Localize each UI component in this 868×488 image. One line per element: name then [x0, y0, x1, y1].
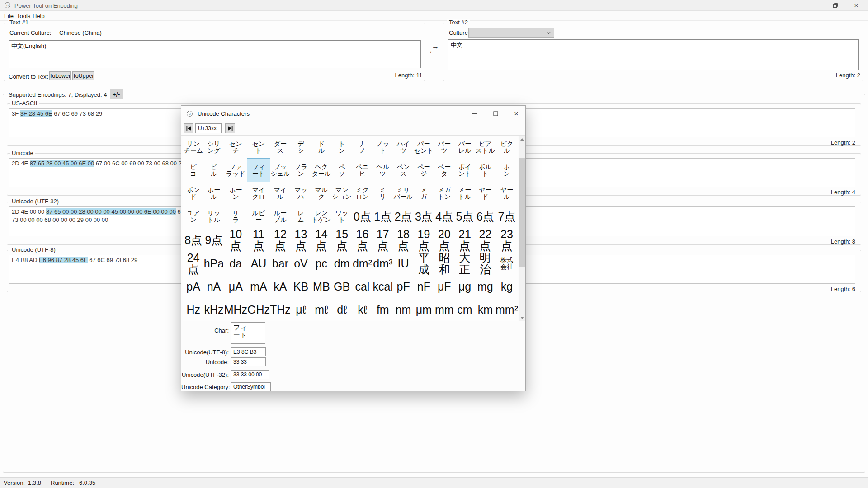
char-cell[interactable]: ビ ル [203, 159, 224, 182]
encodings-toggle-button[interactable]: +/- [110, 89, 123, 99]
char-cell[interactable]: 7点 [495, 205, 518, 228]
char-cell[interactable]: レン トゲン [311, 205, 331, 228]
char-cell[interactable]: 21点 [454, 228, 475, 252]
char-cell[interactable]: dℓ [331, 298, 352, 321]
char-cell[interactable]: ペン ス [393, 159, 413, 182]
char-cell[interactable]: ピク ル [495, 136, 518, 159]
char-cell[interactable]: oV [291, 252, 311, 275]
char-cell[interactable]: デ シ [291, 136, 311, 159]
char-cell[interactable]: ミク ロン [352, 182, 373, 205]
char-cell[interactable]: 9点 [203, 228, 224, 252]
char-cell[interactable]: シリ ング [203, 136, 224, 159]
char-cell[interactable]: メ ガ [414, 182, 434, 205]
char-cell[interactable]: マイ ル [270, 182, 291, 205]
char-cell[interactable]: dm³ [373, 252, 393, 275]
char-cell[interactable]: MHz [224, 298, 247, 321]
char-cell[interactable]: 17点 [373, 228, 393, 252]
char-cell[interactable]: ブッ シェル [270, 159, 291, 182]
char-cell[interactable]: ホー ン [224, 182, 247, 205]
char-cell[interactable]: kA [270, 275, 291, 298]
char-cell[interactable]: ベー タ [434, 159, 454, 182]
next-block-button[interactable] [225, 123, 235, 133]
char-cell[interactable]: 22点 [475, 228, 495, 252]
char-cell[interactable]: ダー ス [270, 136, 291, 159]
char-cell[interactable]: KB [291, 275, 311, 298]
char-cell[interactable]: ルー ブル [270, 205, 291, 228]
close-button[interactable]: × [846, 0, 866, 10]
char-cell[interactable]: フラ ン [291, 159, 311, 182]
char-cell[interactable]: 昭和 [434, 252, 454, 275]
char-cell[interactable]: 12点 [270, 228, 291, 252]
char-cell[interactable]: dm [331, 252, 352, 275]
char-cell[interactable]: 10点 [224, 228, 247, 252]
char-cell[interactable]: サン チーム [183, 136, 203, 159]
dialog-maximize-button[interactable] [486, 106, 505, 122]
char-cell[interactable]: hPa [203, 252, 224, 275]
char-cell[interactable]: マイ クロ [247, 182, 270, 205]
char-cell[interactable]: マル ク [311, 182, 331, 205]
char-cell[interactable]: マッ ハ [291, 182, 311, 205]
char-cell[interactable]: IU [393, 252, 413, 275]
char-cell[interactable]: 株式 会社 [495, 252, 518, 275]
char-cell[interactable]: 2点 [393, 205, 413, 228]
char-cell[interactable]: 1点 [373, 205, 393, 228]
char-cell[interactable]: 11点 [247, 228, 270, 252]
dialog-minimize-button[interactable] [465, 106, 485, 122]
restore-button[interactable] [826, 0, 845, 10]
char-cell[interactable]: ルピ ー [247, 205, 270, 228]
char-cell[interactable]: da [224, 252, 247, 275]
char-cell[interactable]: bar [270, 252, 291, 275]
char-cell[interactable]: Hz [183, 298, 203, 321]
char-cell[interactable]: kHz [203, 298, 224, 321]
char-cell[interactable]: 8点 [183, 228, 203, 252]
previous-block-button[interactable] [184, 123, 193, 133]
char-cell[interactable]: nA [203, 275, 224, 298]
char-cell[interactable]: ヘク タール [311, 159, 331, 182]
unicode-detail-value[interactable]: 33 33 [231, 357, 266, 366]
char-cell[interactable]: fm [373, 298, 393, 321]
char-cell[interactable]: pF [393, 275, 413, 298]
char-cell[interactable]: 0点 [352, 205, 373, 228]
char-cell[interactable]: バー レル [454, 136, 475, 159]
char-cell[interactable]: MB [311, 275, 331, 298]
char-cell[interactable]: ド ル [311, 136, 331, 159]
char-cell[interactable]: kℓ [352, 298, 373, 321]
culture-dropdown[interactable] [468, 28, 554, 38]
char-cell[interactable]: セン チ [224, 136, 247, 159]
char-cell[interactable]: cal [352, 275, 373, 298]
char-cell[interactable]: μℓ [291, 298, 311, 321]
char-cell[interactable]: 20点 [434, 228, 454, 252]
char-cell[interactable]: kg [495, 275, 518, 298]
block-range-input[interactable]: U+33xx [195, 123, 222, 133]
char-cell[interactable]: ポン ド [183, 182, 203, 205]
char-cell[interactable]: μm [414, 298, 434, 321]
char-value-box[interactable]: フィ ート [231, 322, 265, 344]
char-cell[interactable]: ワッ ト [331, 205, 352, 228]
menu-help[interactable]: Help [31, 12, 47, 20]
char-cell[interactable]: ピ コ [183, 159, 203, 182]
char-cell[interactable]: nm [393, 298, 413, 321]
char-cell[interactable]: 18点 [393, 228, 413, 252]
char-cell[interactable]: ホー ル [203, 182, 224, 205]
char-cell[interactable]: 3点 [414, 205, 434, 228]
char-cell[interactable]: ヤー ド [475, 182, 495, 205]
char-cell[interactable]: cm [454, 298, 475, 321]
char-cell[interactable]: μg [454, 275, 475, 298]
char-cell[interactable]: 6点 [475, 205, 495, 228]
char-cell[interactable]: 19点 [414, 228, 434, 252]
char-cell[interactable]: パー セント [414, 136, 434, 159]
char-cell[interactable]: 4点 [434, 205, 454, 228]
char-cell[interactable]: 16点 [352, 228, 373, 252]
toupper-button[interactable]: ToUpper [72, 71, 94, 80]
char-cell[interactable]: THz [270, 298, 291, 321]
char-cell[interactable]: セン ト [247, 136, 270, 159]
char-cell[interactable]: 大正 [454, 252, 475, 275]
char-cell[interactable]: 13点 [291, 228, 311, 252]
char-cell[interactable]: フィ ート [247, 159, 270, 182]
char-cell[interactable]: km [475, 298, 495, 321]
char-cell[interactable]: ユア ン [183, 205, 203, 228]
char-cell[interactable]: パー ツ [434, 136, 454, 159]
char-cell[interactable]: μF [434, 275, 454, 298]
char-cell[interactable]: ピア ストル [475, 136, 495, 159]
char-cell[interactable]: ナ ノ [352, 136, 373, 159]
